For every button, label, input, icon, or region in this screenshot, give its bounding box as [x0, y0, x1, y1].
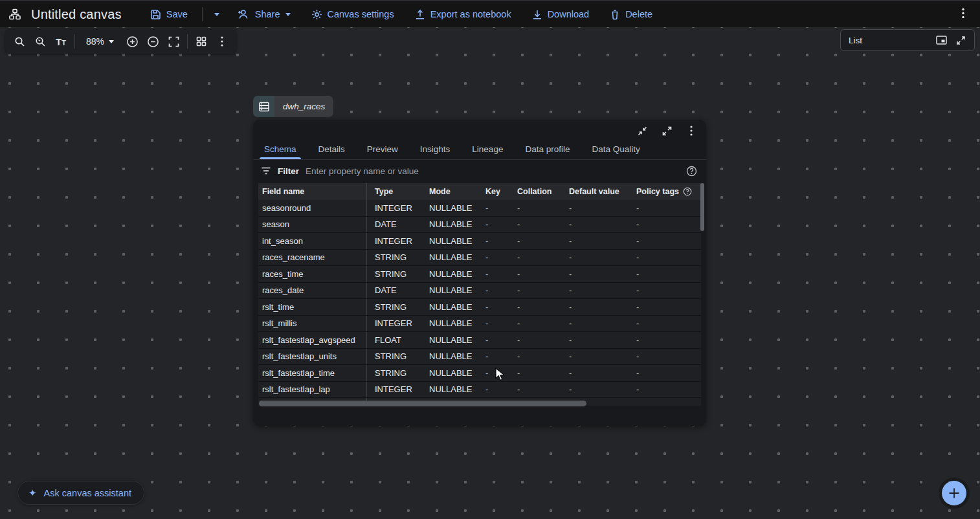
table-row[interactable]: rslt_time STRING NULLABLE - - - - — [258, 299, 701, 316]
cell-mode: NULLABLE — [421, 219, 478, 229]
table-row[interactable]: seasonround INTEGER NULLABLE - - - - — [258, 200, 701, 217]
cell-key: - — [478, 219, 509, 229]
zoom-out-button[interactable] — [142, 31, 163, 52]
chevron-down-icon — [214, 13, 219, 16]
table-row[interactable]: int_season INTEGER NULLABLE - - - - — [258, 233, 701, 250]
cell-mode: NULLABLE — [421, 302, 478, 312]
cell-mode: NULLABLE — [421, 351, 478, 361]
open-in-full-icon[interactable] — [951, 31, 970, 49]
collapse-icon[interactable] — [632, 123, 652, 138]
cell-collation: - — [509, 203, 561, 213]
table-row[interactable]: rslt_fastestlap_lap INTEGER NULLABLE - -… — [258, 382, 701, 399]
column-header-mode[interactable]: Mode — [421, 187, 478, 196]
filter-input[interactable] — [306, 166, 680, 176]
tab[interactable]: Schema — [253, 139, 307, 159]
search-button[interactable] — [9, 31, 30, 52]
table-row[interactable]: season DATE NULLABLE - - - - — [258, 217, 701, 234]
export-notebook-button[interactable]: Export as notebook — [406, 3, 520, 26]
cell-key: - — [478, 285, 509, 295]
zoom-to-selection-button[interactable] — [30, 31, 50, 52]
tab[interactable]: Data profile — [514, 139, 581, 159]
gear-icon — [311, 9, 322, 20]
trash-icon — [610, 9, 620, 20]
picture-in-picture-icon[interactable] — [931, 31, 951, 49]
table-row[interactable]: rslt_fastestlap_time STRING NULLABLE - -… — [258, 365, 701, 382]
download-button[interactable]: Download — [523, 3, 599, 26]
cell-field-name: rslt_fastestlap_lap — [258, 382, 367, 398]
cell-key: - — [478, 318, 509, 328]
help-icon[interactable] — [683, 187, 692, 196]
upload-icon — [415, 9, 425, 20]
column-header-default-value[interactable]: Default value — [561, 187, 629, 196]
cell-default-value: - — [561, 219, 629, 229]
add-node-fab[interactable] — [942, 481, 966, 505]
expand-icon[interactable] — [657, 123, 676, 138]
tab[interactable]: Data Quality — [581, 139, 651, 159]
cell-key: - — [478, 335, 509, 345]
cell-collation: - — [509, 252, 561, 262]
table-row[interactable]: races_time STRING NULLABLE - - - - — [258, 266, 701, 283]
zoom-out-icon — [147, 36, 159, 48]
filter-icon — [261, 166, 271, 175]
table-row[interactable]: races_racename STRING NULLABLE - - - - — [258, 250, 701, 267]
table-node-tag[interactable]: dwh_races — [253, 96, 333, 117]
column-header-collation[interactable]: Collation — [509, 187, 561, 196]
table-row[interactable]: rslt_fastestlap_avgspeed FLOAT NULLABLE … — [258, 332, 701, 349]
tab[interactable]: Details — [307, 139, 356, 159]
cell-collation: - — [509, 236, 561, 246]
fit-to-screen-button[interactable] — [163, 31, 184, 52]
zoom-level-dropdown[interactable]: 88% — [78, 36, 122, 47]
view-mode-panel[interactable]: List — [840, 29, 975, 51]
ask-canvas-assistant-button[interactable]: ✦ Ask canvas assistant — [17, 481, 144, 505]
layout-grid-button[interactable] — [191, 31, 212, 52]
cell-mode: NULLABLE — [421, 285, 478, 295]
cell-collation: - — [509, 384, 561, 394]
share-button[interactable]: Share — [228, 3, 300, 26]
delete-button[interactable]: Delete — [601, 3, 662, 26]
plus-icon — [948, 487, 960, 499]
column-header-type[interactable]: Type — [367, 187, 421, 196]
zoom-in-icon — [126, 36, 139, 48]
cell-field-name: rslt_time — [258, 299, 367, 315]
divider — [187, 34, 188, 49]
save-options-dropdown[interactable] — [208, 3, 226, 26]
cell-type: DATE — [367, 285, 421, 295]
card-more-kebab[interactable] — [682, 123, 701, 138]
cell-mode: NULLABLE — [421, 368, 478, 378]
toolbar-more-kebab[interactable] — [212, 31, 232, 52]
cell-mode: NULLABLE — [421, 384, 478, 394]
tab[interactable]: Lineage — [461, 139, 514, 159]
vertical-scrollbar-thumb[interactable] — [700, 183, 704, 231]
help-icon[interactable] — [686, 166, 697, 177]
divider — [74, 34, 75, 49]
column-header-key[interactable]: Key — [478, 187, 509, 196]
cell-default-value: - — [561, 318, 629, 328]
canvas-settings-button[interactable]: Canvas settings — [302, 3, 403, 26]
text-tool-button[interactable]: TT — [50, 31, 71, 52]
column-header-policy-tags[interactable]: Policy tags — [629, 187, 701, 196]
cell-field-name: races_date — [258, 283, 367, 299]
tab[interactable]: Preview — [356, 139, 409, 159]
table-row[interactable]: races_date DATE NULLABLE - - - - — [258, 283, 701, 300]
table-row[interactable]: rslt_fastestlap_units STRING NULLABLE - … — [258, 349, 701, 366]
filter-label: Filter — [278, 166, 299, 176]
cell-mode: NULLABLE — [421, 269, 478, 279]
save-button[interactable]: Save — [141, 3, 197, 26]
column-header-field-name[interactable]: Field name — [258, 183, 367, 200]
cell-type: INTEGER — [367, 318, 421, 328]
horizontal-scrollbar-thumb[interactable] — [259, 401, 586, 406]
cell-policy-tags: - — [629, 318, 701, 328]
cell-type: STRING — [367, 302, 421, 312]
cell-field-name: int_season — [258, 233, 367, 249]
cell-policy-tags: - — [629, 401, 701, 406]
tab[interactable]: Insights — [409, 139, 462, 159]
cell-collation: - — [509, 219, 561, 229]
more-options-kebab[interactable] — [955, 4, 971, 25]
table-row[interactable]: rslt_millis INTEGER NULLABLE - - - - — [258, 316, 701, 333]
cell-policy-tags: - — [629, 351, 701, 361]
cell-policy-tags: - — [629, 335, 701, 345]
assistant-label: Ask canvas assistant — [44, 488, 131, 498]
cell-type: INTEGER — [367, 203, 421, 213]
cell-default-value: - — [561, 236, 629, 246]
zoom-in-button[interactable] — [122, 31, 142, 52]
